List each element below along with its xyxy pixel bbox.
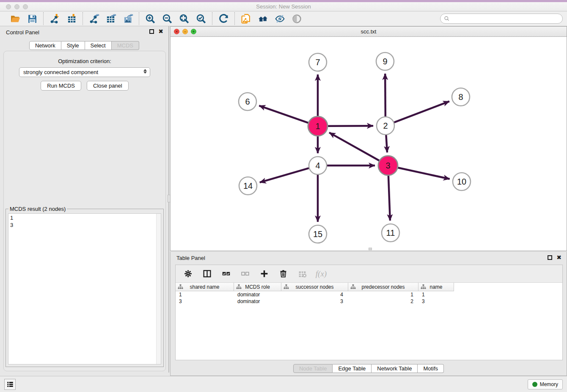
birdseye-icon	[292, 14, 302, 24]
node-15[interactable]: 15	[309, 225, 327, 243]
float-table-panel-icon[interactable]	[548, 255, 552, 260]
import-table-button[interactable]	[66, 13, 77, 24]
edge-2-3[interactable]	[386, 134, 387, 152]
gear-button[interactable]	[182, 268, 193, 279]
zoom-in-button[interactable]	[145, 13, 156, 24]
network-graph[interactable]: 7968124314101511	[171, 37, 567, 251]
edge-3-1[interactable]	[329, 133, 380, 161]
export-network-button[interactable]	[88, 13, 99, 24]
open-folder-button[interactable]	[10, 13, 21, 24]
close-panel-button[interactable]: Close panel	[87, 81, 129, 91]
node-14[interactable]: 14	[239, 177, 257, 195]
zoom-selected-button[interactable]	[195, 13, 206, 24]
mini-tree-icon	[284, 284, 289, 290]
node-11[interactable]: 11	[382, 224, 399, 242]
toggle-details-button[interactable]	[274, 13, 285, 24]
split-table-icon	[203, 269, 212, 278]
node-6[interactable]: 6	[239, 93, 256, 110]
column-header-successor-nodes[interactable]: successor nodes	[281, 283, 348, 291]
close-table-panel-icon[interactable]: ✖	[556, 254, 561, 260]
trash-button[interactable]	[278, 268, 289, 279]
table-tab-node-table[interactable]: Node Table	[293, 364, 333, 373]
export-network-icon	[89, 14, 99, 24]
table-panel-title: Table Panel	[176, 255, 205, 261]
task-history-button[interactable]	[4, 379, 16, 390]
column-label: MCDS role	[245, 284, 270, 290]
tab-network[interactable]: Network	[29, 41, 61, 50]
run-mcds-button[interactable]: Run MCDS	[41, 81, 81, 91]
save-icon	[27, 14, 38, 24]
export-table-button[interactable]	[105, 13, 116, 24]
unselect-all-icon	[241, 269, 250, 278]
column-label: predecessor nodes	[361, 284, 405, 290]
split-table-button[interactable]	[201, 268, 212, 279]
main-toolbar	[0, 11, 567, 26]
search-box[interactable]	[440, 14, 563, 24]
add-row-button[interactable]	[259, 268, 270, 279]
export-image-button[interactable]	[122, 13, 133, 24]
mcds-result-text[interactable]: 1 3	[8, 214, 156, 364]
tab-style[interactable]: Style	[61, 41, 85, 50]
clone-network-button[interactable]	[240, 13, 251, 24]
delete-column-icon	[298, 269, 307, 278]
unselect-all-button[interactable]	[239, 268, 250, 279]
memory-button[interactable]: Memory	[528, 379, 563, 389]
edge-4-14[interactable]	[260, 168, 310, 182]
table-row[interactable]: 3dominator323	[176, 298, 562, 305]
column-header-predecessor-nodes[interactable]: predecessor nodes	[348, 283, 418, 291]
edge-3-11[interactable]	[388, 174, 390, 221]
close-panel-icon[interactable]: ✖	[158, 28, 163, 34]
import-table-icon	[66, 14, 77, 24]
node-label-15: 15	[313, 229, 322, 239]
birdseye-button[interactable]	[291, 13, 302, 24]
criterion-select[interactable]: strongly connected component	[19, 67, 150, 77]
node-8[interactable]: 8	[452, 88, 470, 106]
tab-select[interactable]: Select	[85, 41, 112, 50]
edge-2-8[interactable]	[393, 101, 449, 123]
node-2[interactable]: 2	[377, 117, 394, 135]
application-window: Session: New Session Control Panel ✖ Net…	[0, 0, 567, 392]
mcds-result-area: 1 3	[8, 213, 161, 364]
column-header-name[interactable]: name	[418, 283, 454, 291]
edge-3-10[interactable]	[397, 167, 450, 179]
import-network-button[interactable]	[49, 13, 60, 24]
control-panel-tabs: NetworkStyleSelectMCDS	[0, 41, 168, 50]
zoom-fit-button[interactable]	[179, 13, 190, 24]
node-10[interactable]: 10	[453, 173, 471, 190]
float-panel-icon[interactable]	[149, 29, 154, 34]
node-3[interactable]: 3	[378, 156, 398, 175]
node-4[interactable]: 4	[309, 157, 327, 174]
tab-mcds[interactable]: MCDS	[112, 41, 139, 50]
network-resize-handle[interactable]	[369, 248, 372, 250]
mini-tree-icon	[421, 284, 426, 290]
node-label-11: 11	[386, 228, 395, 237]
column-label: shared name	[190, 284, 219, 290]
mcds-result-title: MCDS result (2 nodes)	[8, 206, 67, 212]
search-icon	[444, 16, 450, 22]
open-folder-icon	[10, 14, 21, 24]
network-canvas[interactable]: 7968124314101511	[171, 37, 567, 251]
zoom-out-button[interactable]	[162, 13, 173, 24]
control-panel: Control Panel ✖ NetworkStyleSelectMCDS O…	[0, 26, 169, 373]
select-all-button[interactable]	[220, 268, 231, 279]
edge-1-6[interactable]	[259, 106, 309, 124]
edge-2-9[interactable]	[385, 74, 385, 118]
edge-1-2[interactable]	[327, 126, 373, 126]
column-header-MCDS-role[interactable]: MCDS role	[234, 283, 281, 291]
node-9[interactable]: 9	[376, 52, 394, 70]
column-header-shared-name[interactable]: shared name	[176, 283, 234, 291]
table-tab-edge-table[interactable]: Edge Table	[333, 364, 372, 373]
table-tab-network-table[interactable]: Network Table	[372, 364, 418, 373]
result-scrollbar[interactable]	[156, 214, 161, 364]
network-overview-button[interactable]	[257, 13, 268, 24]
table-row[interactable]: 1dominator411	[176, 291, 562, 298]
function-builder-button[interactable]: f(x)	[316, 268, 327, 279]
node-1[interactable]: 1	[308, 116, 328, 136]
refresh-button[interactable]	[218, 13, 229, 24]
delete-column-button[interactable]	[297, 268, 308, 279]
search-input[interactable]	[450, 14, 562, 23]
node-7[interactable]: 7	[309, 53, 327, 71]
table-tab-motifs[interactable]: Motifs	[418, 364, 444, 373]
save-button[interactable]	[27, 13, 38, 24]
trash-icon	[279, 269, 288, 278]
